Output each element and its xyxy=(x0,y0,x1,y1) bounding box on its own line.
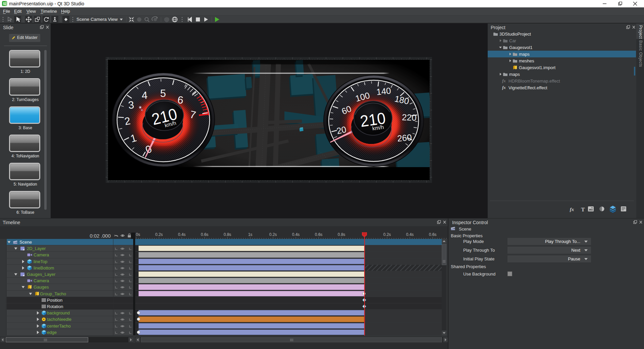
svg-text:Scene Camera View: Scene Camera View xyxy=(76,17,118,22)
svg-text:0.8s: 0.8s xyxy=(224,232,231,237)
svg-text:0.2s: 0.2s xyxy=(383,232,391,237)
svg-text:0.2s: 0.2s xyxy=(155,232,163,237)
svg-text:260: 260 xyxy=(397,132,412,144)
svg-text:fx: fx xyxy=(570,207,574,212)
svg-text:S: S xyxy=(3,2,5,6)
svg-text:3: 3 xyxy=(128,99,135,111)
svg-text:220: 220 xyxy=(402,112,417,122)
svg-text:0.4s: 0.4s xyxy=(292,232,300,237)
svg-text:4: 4 xyxy=(141,89,148,101)
svg-text:T: T xyxy=(581,206,585,213)
svg-text:0.6s: 0.6s xyxy=(201,232,209,237)
svg-text:1s: 1s xyxy=(248,232,253,237)
svg-text:0s: 0s xyxy=(136,232,140,237)
svg-text:140: 140 xyxy=(376,86,391,97)
svg-text:5: 5 xyxy=(160,88,166,99)
svg-text:0.6s: 0.6s xyxy=(315,232,323,237)
svg-text:0.2s: 0.2s xyxy=(269,232,277,237)
svg-text:0.4s: 0.4s xyxy=(178,232,186,237)
svg-text:0.8s: 0.8s xyxy=(338,232,345,237)
svg-text:0.6s: 0.6s xyxy=(429,232,437,237)
svg-text:0.4s: 0.4s xyxy=(406,232,414,237)
